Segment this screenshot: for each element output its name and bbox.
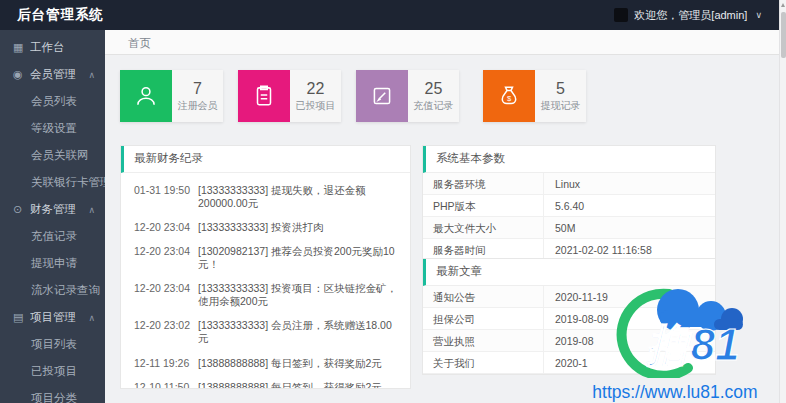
record-time: 12-10 11:50 (134, 381, 198, 389)
projects-icon: ▤ (13, 311, 30, 324)
article-date: 2020-1 (544, 352, 715, 373)
finance-record: 12-10 11:50 [13888888888] 每日签到，获得奖励2元 (134, 375, 398, 389)
sidebar-group-projects[interactable]: ▤ 项目管理 ∧ (0, 304, 105, 331)
sidebar-group-finance[interactable]: ⊙ 财务管理 ∧ (0, 196, 105, 223)
record-time: 12-20 23:04 (134, 221, 198, 234)
scrollbar-thumb[interactable] (781, 12, 786, 58)
stat-card-registered-members[interactable]: 7 注册会员 (120, 70, 223, 122)
clipboard-icon (238, 70, 290, 122)
sidebar-item-member-list[interactable]: 会员列表 (0, 88, 105, 115)
record-time: 01-31 19:50 (134, 184, 198, 210)
article-row[interactable]: 营业执照 2019-08 (423, 330, 715, 352)
stat-card-invested-projects[interactable]: 22 已投项目 (238, 70, 341, 122)
sidebar-item-invested-projects[interactable]: 已投项目 (0, 358, 105, 385)
record-text: [13333333333] 提现失败，退还金额200000.00元 (198, 184, 398, 210)
money-bag-icon: $ (483, 70, 535, 122)
param-value: Linux (544, 173, 715, 194)
chevron-up-icon: ∧ (88, 205, 95, 215)
sidebar-group-label: 财务管理 (30, 202, 88, 217)
user-icon (120, 70, 172, 122)
edit-icon (356, 70, 408, 122)
watermark-url: https://www.lu81.com (568, 382, 782, 403)
stat-value: 7 (193, 80, 202, 98)
stat-label: 充值记录 (414, 99, 454, 113)
sidebar-item-withdraw-requests[interactable]: 提现申请 (0, 250, 105, 277)
record-text: [13333333333] 投资项目：区块链挖金矿，使用余额200元 (198, 282, 398, 308)
chevron-up-icon: ∧ (88, 313, 95, 323)
chevron-down-icon: ∨ (755, 10, 762, 20)
panel-title: 系统基本参数 (423, 146, 715, 173)
record-text: [13888888888] 每日签到，获得奖励2元 (198, 381, 398, 389)
table-row: 最大文件大小 50M (423, 217, 715, 239)
stat-card-withdraw-records[interactable]: $ 5 提现记录 (483, 70, 586, 122)
record-time: 12-20 23:04 (134, 282, 198, 308)
article-date: 2019-08 (544, 330, 715, 351)
record-text: [13333333333] 投资洪打肉 (198, 221, 398, 234)
article-row[interactable]: 通知公告 2020-11-19 (423, 286, 715, 308)
panel-title: 最新文章 (423, 259, 715, 286)
param-label: 最大文件大小 (423, 217, 544, 238)
welcome-text: 欢迎您，管理员[admin] (634, 8, 747, 23)
sidebar-group-members[interactable]: ◉ 会员管理 ∧ (0, 61, 105, 88)
finance-record: 12-20 23:02 [13333333333] 会员注册，系统赠送18.00… (134, 314, 398, 351)
system-params-table: 服务器环境 Linux PHP版本 5.6.40 最大文件大小 50M 服务器时… (423, 173, 715, 261)
latest-articles-panel: 最新文章 通知公告 2020-11-19 担保公司 2019-08-09 营业执… (422, 258, 716, 375)
articles-table: 通知公告 2020-11-19 担保公司 2019-08-09 营业执照 201… (423, 286, 715, 374)
param-value: 5.6.40 (544, 195, 715, 216)
finance-record: 12-20 23:04 [13333333333] 投资项目：区块链挖金矿，使用… (134, 277, 398, 314)
finance-icon: ⊙ (13, 203, 30, 216)
sidebar-item-recharge-records[interactable]: 充值记录 (0, 223, 105, 250)
system-params-panel: 系统基本参数 服务器环境 Linux PHP版本 5.6.40 最大文件大小 5… (422, 145, 716, 262)
finance-record: 01-31 19:50 [13333333333] 提现失败，退还金额20000… (134, 178, 398, 215)
article-title[interactable]: 营业执照 (423, 330, 544, 351)
members-icon: ◉ (13, 68, 30, 81)
scroll-up-icon[interactable] (781, 3, 785, 7)
param-label: PHP版本 (423, 195, 544, 216)
sidebar-item-bank-cards[interactable]: 关联银行卡管理 (0, 169, 105, 196)
stat-card-body: 7 注册会员 (172, 70, 223, 122)
article-title[interactable]: 关于我们 (423, 352, 544, 373)
app-title: 后台管理系统 (17, 6, 104, 24)
tab-home[interactable]: 首页 (114, 30, 165, 55)
sidebar-item-level-settings[interactable]: 等级设置 (0, 115, 105, 142)
sidebar-item-member-network[interactable]: 会员关联网 (0, 142, 105, 169)
table-row: PHP版本 5.6.40 (423, 195, 715, 217)
svg-text:$: $ (507, 94, 512, 103)
stat-card-recharge-records[interactable]: 25 充值记录 (356, 70, 459, 122)
record-time: 12-11 19:26 (134, 357, 198, 370)
stat-label: 注册会员 (178, 99, 218, 113)
param-label: 服务器环境 (423, 173, 544, 194)
finance-record-list: 01-31 19:50 [13333333333] 提现失败，退还金额20000… (121, 173, 410, 389)
cloud-shadow (714, 308, 743, 330)
stat-label: 已投项目 (296, 99, 336, 113)
tab-bar: 首页 (105, 30, 779, 55)
record-time: 12-20 23:02 (134, 319, 198, 345)
stat-value: 22 (307, 80, 325, 98)
param-value: 50M (544, 217, 715, 238)
scrollbar[interactable] (779, 0, 786, 403)
article-date: 2019-08-09 (544, 308, 715, 329)
sidebar-item-flow-query[interactable]: 流水记录查询 (0, 277, 105, 304)
sidebar-item-project-list[interactable]: 项目列表 (0, 331, 105, 358)
stat-card-body: 25 充值记录 (408, 70, 459, 122)
dashboard-icon: ▦ (13, 41, 30, 54)
record-text: [13020982137] 推荐会员投资200元奖励10元！ (198, 245, 398, 271)
finance-record: 12-11 19:26 [13888888888] 每日签到，获得奖励2元 (134, 351, 398, 375)
sidebar-item-workbench[interactable]: ▦ 工作台 (0, 34, 105, 61)
user-menu[interactable]: 欢迎您，管理员[admin] ∨ (614, 8, 762, 23)
sidebar: ▦ 工作台 ◉ 会员管理 ∧ 会员列表 等级设置 会员关联网 关联银行卡管理 ⊙… (0, 30, 105, 403)
article-title[interactable]: 担保公司 (423, 308, 544, 329)
finance-record: 12-20 23:04 [13020982137] 推荐会员投资200元奖励10… (134, 239, 398, 276)
param-label: 服务器时间 (423, 239, 544, 260)
article-row[interactable]: 担保公司 2019-08-09 (423, 308, 715, 330)
stat-label: 提现记录 (541, 99, 581, 113)
sidebar-item-label: 工作台 (30, 40, 95, 55)
article-row[interactable]: 关于我们 2020-1 (423, 352, 715, 374)
sidebar-group-label: 项目管理 (30, 310, 88, 325)
sidebar-group-label: 会员管理 (30, 67, 88, 82)
article-title[interactable]: 通知公告 (423, 286, 544, 307)
sidebar-item-project-categories[interactable]: 项目分类 (0, 385, 105, 403)
param-value: 2021-02-02 11:16:58 (544, 239, 715, 260)
panel-title: 最新财务纪录 (121, 146, 410, 173)
record-text: [13333333333] 会员注册，系统赠送18.00元 (198, 319, 398, 345)
